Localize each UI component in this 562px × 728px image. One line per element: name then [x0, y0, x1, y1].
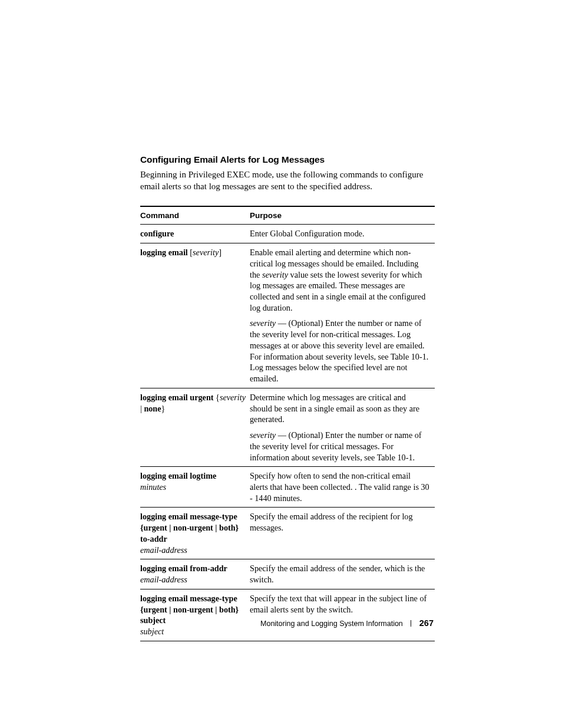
table-row: configure Enter Global Configuration mod… — [140, 225, 435, 243]
command-cell: logging email urgent {severity | none} — [140, 388, 250, 425]
command-cell: logging email logtime minutes — [140, 467, 250, 508]
command-cell — [140, 313, 250, 388]
command-text: logging email — [140, 248, 188, 257]
command-text: } — [161, 404, 166, 413]
command-param: minutes — [140, 482, 166, 492]
purpose-cell: Determine which log messages are critica… — [250, 388, 435, 425]
purpose-cell: Enter Global Configuration mode. — [250, 225, 435, 243]
table-row: severity — (Optional) Enter the number o… — [140, 425, 435, 467]
command-text: logging email message-type {urgent | non… — [140, 512, 239, 543]
command-cell: logging email from-addr email-address — [140, 559, 250, 589]
command-text: [ — [188, 248, 193, 257]
header-purpose: Purpose — [250, 206, 435, 225]
command-param: email-address — [140, 545, 187, 555]
table-row: logging email from-addr email-address Sp… — [140, 559, 435, 589]
command-cell: logging email message-type {urgent | non… — [140, 508, 250, 559]
command-text: { — [214, 393, 220, 402]
table-row: logging email message-type {urgent | non… — [140, 589, 435, 641]
command-param: subject — [140, 627, 164, 636]
purpose-text: — (Optional) Enter the number or name of… — [250, 430, 422, 462]
table-row: severity — (Optional) Enter the number o… — [140, 313, 435, 388]
command-param: severity — [220, 393, 246, 402]
command-cell — [140, 425, 250, 467]
purpose-text: — (Optional) Enter the number or name of… — [250, 318, 428, 383]
purpose-param: severity — [250, 318, 276, 328]
table-row: logging email message-type {urgent | non… — [140, 508, 435, 559]
purpose-cell: Specify the text that will appear in the… — [250, 589, 435, 641]
table-row: logging email logtime minutes Specify ho… — [140, 467, 435, 508]
command-cell: logging email [severity] — [140, 243, 250, 314]
page-content: Configuring Email Alerts for Log Message… — [140, 154, 435, 641]
purpose-cell: Enable email alerting and determine whic… — [250, 243, 435, 314]
purpose-param: severity — [250, 430, 276, 440]
header-command: Command — [140, 206, 250, 225]
command-text: configure — [140, 229, 174, 238]
purpose-param: severity — [262, 270, 288, 279]
command-cell: logging email message-type {urgent | non… — [140, 589, 250, 641]
command-table: Command Purpose configure Enter Global C… — [140, 206, 435, 641]
table-header-row: Command Purpose — [140, 206, 435, 225]
purpose-cell: Specify the email address of the recipie… — [250, 508, 435, 559]
page-footer: Monitoring and Logging System Informatio… — [260, 618, 434, 628]
purpose-cell: severity — (Optional) Enter the number o… — [250, 425, 435, 467]
footer-section-title: Monitoring and Logging System Informatio… — [260, 620, 403, 628]
purpose-cell: Specify the email address of the sender,… — [250, 559, 435, 589]
command-cell: configure — [140, 225, 250, 243]
table-row: logging email [severity] Enable email al… — [140, 243, 435, 314]
section-heading: Configuring Email Alerts for Log Message… — [140, 154, 435, 165]
command-text: logging email message-type {urgent | non… — [140, 594, 239, 625]
command-param: severity — [193, 248, 219, 257]
footer-separator-icon — [411, 620, 411, 627]
purpose-cell: Specify how often to send the non-critic… — [250, 467, 435, 508]
table-row: logging email urgent {severity | none} D… — [140, 388, 435, 425]
command-text: ] — [219, 248, 222, 257]
command-text: none — [144, 404, 161, 413]
command-text: logging email logtime — [140, 471, 216, 480]
intro-paragraph: Beginning in Privileged EXEC mode, use t… — [140, 169, 435, 193]
command-param: email-address — [140, 575, 187, 584]
page-number: 267 — [419, 618, 434, 628]
command-text: logging email urgent — [140, 393, 214, 402]
command-text: logging email from-addr — [140, 564, 227, 573]
purpose-cell: severity — (Optional) Enter the number o… — [250, 313, 435, 388]
